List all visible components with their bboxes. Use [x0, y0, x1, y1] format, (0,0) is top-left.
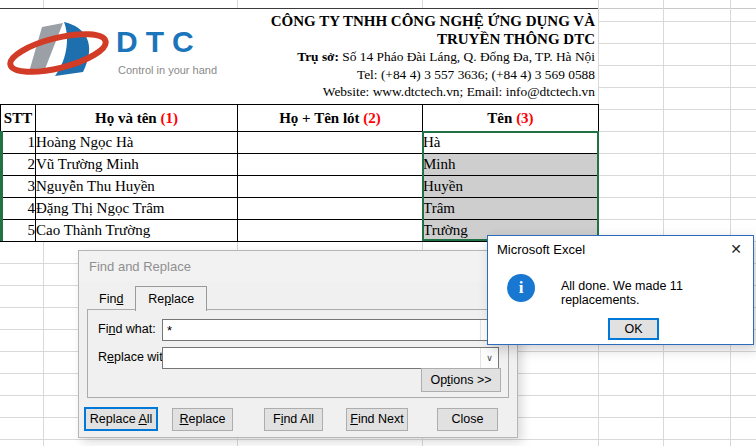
cell-ten-selected[interactable]: Huyền	[423, 176, 599, 198]
close-icon[interactable]: ✕	[730, 241, 742, 257]
company-address: Trụ sở: Số 14 Pháo Đài Láng, Q. Đống Đa,…	[215, 48, 595, 66]
cell-stt[interactable]: 5	[1, 220, 36, 242]
cell-middle[interactable]	[238, 176, 423, 198]
replace-tab-panel: Find what: ∨ Replace with: ∨ Options >>	[87, 309, 509, 398]
company-web: Website: www.dtctech.vn; Email: info@dtc…	[215, 83, 595, 101]
table-row: 3 Nguyễn Thu Huyền Huyền	[1, 176, 599, 198]
button-label: Op	[430, 373, 447, 387]
info-icon: i	[507, 274, 535, 302]
logo-tagline: Control in your hand	[118, 64, 217, 76]
label-text: d what:	[115, 322, 155, 336]
excel-message-box: Microsoft Excel ✕ i All done. We made 11…	[487, 235, 754, 345]
company-info: CÔNG TY TNHH CÔNG NGHỆ ỨNG DỤNG VÀ TRUYỀ…	[215, 12, 595, 101]
button-label: ind Next	[358, 412, 404, 426]
button-label: Replace	[90, 412, 139, 426]
header-label: STT	[4, 110, 32, 126]
button-label: A	[138, 412, 146, 426]
cell-stt[interactable]: 4	[1, 198, 36, 220]
cell-full-name[interactable]: Vũ Trường Minh	[36, 154, 238, 176]
cell-ten-active[interactable]: Hà	[423, 132, 599, 154]
cell-stt[interactable]: 3	[1, 176, 36, 198]
message-text: All done. We made 11 replacements.	[561, 279, 753, 307]
company-letterhead: DTC Control in your hand CÔNG TY TNHH CÔ…	[0, 8, 598, 105]
replace-all-button[interactable]: Replace All	[84, 407, 158, 431]
header-label: Tên	[487, 110, 516, 126]
label-text: e	[107, 350, 114, 364]
cell-middle[interactable]	[238, 154, 423, 176]
tab-label: Fin	[99, 292, 116, 306]
header-full-name[interactable]: Họ và tên (1)	[36, 105, 238, 132]
replace-with-input[interactable]	[163, 348, 483, 368]
tab-label: d	[116, 292, 123, 306]
find-replace-dialog: Find and Replace ? FindReplace Find what…	[78, 250, 518, 438]
tab-label: Re	[148, 292, 164, 306]
ok-button[interactable]: OK	[608, 318, 659, 340]
cell-stt[interactable]: 1	[1, 132, 36, 154]
tab-find[interactable]: Find	[87, 288, 135, 311]
button-label: ll	[147, 412, 153, 426]
tab-label: lace	[171, 292, 194, 306]
button-label: F	[350, 412, 358, 426]
company-tel: Tel: (+84 4) 3 557 3636; (+84 4) 3 569 0…	[215, 66, 595, 84]
header-label: Họ + Tên lót	[279, 110, 363, 126]
header-number: (3)	[516, 110, 534, 126]
header-middle-name[interactable]: Họ + Tên lót (2)	[238, 105, 423, 132]
dialog-title: Find and Replace	[89, 259, 191, 274]
selection-edge-left	[0, 131, 3, 241]
label-text: Fi	[98, 322, 108, 336]
replace-with-combo: ∨	[162, 347, 499, 369]
header-ten[interactable]: Tên (3)	[423, 105, 599, 132]
messagebox-title: Microsoft Excel	[497, 242, 585, 257]
find-what-combo: ∨	[162, 319, 499, 341]
button-label: R	[180, 412, 189, 426]
cell-full-name[interactable]: Nguyễn Thu Huyền	[36, 176, 238, 198]
cell-middle[interactable]	[238, 198, 423, 220]
button-label: ions >>	[451, 373, 492, 387]
table-row: 2 Vũ Trường Minh Minh	[1, 154, 599, 176]
logo-text: DTC	[116, 25, 202, 59]
cell-ten-selected[interactable]: Trâm	[423, 198, 599, 220]
header-label: Họ và tên	[95, 110, 160, 126]
label-text: R	[98, 350, 107, 364]
cell-middle[interactable]	[238, 220, 423, 242]
dialog-tabs: FindReplace	[87, 286, 207, 310]
button-label: eplace	[189, 412, 226, 426]
table-row: 1 Hoàng Ngọc Hà Hà	[1, 132, 599, 154]
gridline-v	[663, 0, 664, 446]
button-label: F	[273, 412, 281, 426]
tab-replace[interactable]: Replace	[135, 286, 207, 311]
find-next-button[interactable]: Find Next	[346, 408, 408, 431]
dialog-titlebar[interactable]: Find and Replace ?	[79, 251, 517, 281]
table-row: 4 Đặng Thị Ngọc Trâm Trâm	[1, 198, 599, 220]
header-number: (1)	[160, 110, 178, 126]
button-label: nd All	[283, 412, 314, 426]
find-all-button[interactable]: Find All	[264, 408, 323, 431]
button-label: Close	[452, 412, 484, 426]
cell-full-name[interactable]: Cao Thành Trường	[36, 220, 238, 242]
options-button[interactable]: Options >>	[421, 368, 501, 392]
header-number: (2)	[363, 110, 381, 126]
dtc-logo-icon	[6, 17, 112, 93]
close-button[interactable]: Close	[437, 408, 498, 431]
address-label: Trụ sở:	[297, 49, 339, 64]
gridline-v	[730, 0, 731, 446]
header-stt[interactable]: STT	[1, 105, 36, 132]
table-header-row: STT Họ và tên (1) Họ + Tên lót (2) Tên (…	[1, 105, 599, 132]
cell-stt[interactable]: 2	[1, 154, 36, 176]
company-name-line2: TRUYỀN THÔNG DTC	[215, 30, 595, 48]
messagebox-titlebar[interactable]: Microsoft Excel ✕	[488, 236, 753, 262]
company-name-line1: CÔNG TY TNHH CÔNG NGHỆ ỨNG DỤNG VÀ	[215, 12, 595, 30]
cell-full-name[interactable]: Đặng Thị Ngọc Trâm	[36, 198, 238, 220]
cell-full-name[interactable]: Hoàng Ngọc Hà	[36, 132, 238, 154]
find-what-input[interactable]	[163, 320, 483, 340]
chevron-down-icon[interactable]: ∨	[480, 348, 498, 368]
names-table: STT Họ và tên (1) Họ + Tên lót (2) Tên (…	[0, 104, 599, 242]
cell-ten-selected[interactable]: Minh	[423, 154, 599, 176]
cell-middle[interactable]	[238, 132, 423, 154]
address-text: Số 14 Pháo Đài Láng, Q. Đống Đa, TP. Hà …	[339, 49, 595, 64]
find-what-label: Find what:	[98, 322, 156, 336]
replace-button[interactable]: Replace	[172, 408, 233, 431]
